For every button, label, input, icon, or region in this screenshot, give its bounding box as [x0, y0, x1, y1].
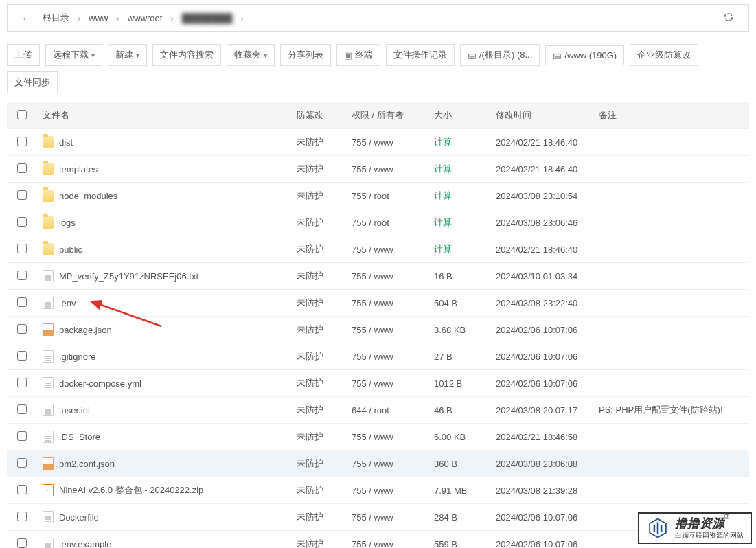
table-row[interactable]: MP_verify_Z5y1Y91zNRSEEj06.txt未防护755 / w… — [7, 263, 749, 290]
size-cell[interactable]: 计算 — [428, 129, 490, 156]
row-checkbox[interactable] — [17, 512, 27, 521]
share-list-button[interactable]: 分享列表 — [280, 44, 331, 66]
column-mtime[interactable]: 修改时间 — [490, 102, 593, 129]
protection-cell: 未防护 — [291, 183, 346, 209]
row-checkbox[interactable] — [17, 458, 27, 468]
table-row[interactable]: node_modules未防护755 / root计算2024/03/08 23… — [7, 183, 749, 209]
file-name[interactable]: .DS_Store — [59, 432, 100, 442]
row-checkbox[interactable] — [17, 137, 27, 146]
table-row[interactable]: dist未防护755 / www计算2024/02/21 18:46:40 — [7, 129, 749, 156]
size-cell[interactable]: 计算 — [428, 183, 490, 209]
protection-cell: 未防护 — [291, 450, 346, 477]
permission-cell[interactable]: 755 / www — [346, 236, 428, 263]
protection-cell: 未防护 — [291, 290, 346, 317]
table-row[interactable]: package.json未防护755 / www3.68 KB2024/02/0… — [7, 317, 749, 343]
row-checkbox[interactable] — [17, 163, 27, 173]
permission-cell[interactable]: 755 / www — [346, 290, 428, 317]
new-button[interactable]: 新建▾ — [108, 44, 147, 66]
row-checkbox[interactable] — [17, 351, 27, 361]
sync-button[interactable]: 文件同步 — [7, 71, 58, 93]
permission-cell[interactable]: 755 / www — [346, 317, 428, 343]
size-cell[interactable]: 计算 — [428, 236, 490, 263]
size-cell: 7.91 MB — [428, 477, 490, 504]
file-name[interactable]: NineAI v2.6.0 整合包 - 20240222.zip — [59, 484, 203, 496]
row-checkbox[interactable] — [17, 485, 27, 494]
refresh-button[interactable] — [715, 10, 742, 27]
file-name[interactable]: .env — [59, 298, 76, 308]
table-row[interactable]: .DS_Store未防护755 / www6.00 KB2024/02/21 1… — [7, 424, 749, 450]
permission-cell[interactable]: 755 / www — [346, 343, 428, 370]
row-checkbox[interactable] — [17, 538, 27, 548]
file-name[interactable]: pm2.conf.json — [59, 459, 115, 469]
row-checkbox[interactable] — [17, 297, 27, 307]
column-remark[interactable]: 备注 — [593, 102, 749, 129]
file-name[interactable]: .env.example — [59, 539, 111, 549]
row-checkbox[interactable] — [17, 244, 27, 253]
file-name[interactable]: .user.ini — [59, 405, 90, 415]
table-row[interactable]: logs未防护755 / root计算2024/03/08 23:06:46 — [7, 209, 749, 236]
permission-cell[interactable]: 755 / www — [346, 450, 428, 477]
column-name[interactable]: 文件名 — [37, 102, 291, 129]
row-checkbox[interactable] — [17, 217, 27, 227]
mtime-cell: 2024/02/21 18:46:40 — [490, 129, 593, 156]
permission-cell[interactable]: 755 / www — [346, 263, 428, 290]
terminal-button[interactable]: ▣终端 — [336, 44, 380, 66]
table-row[interactable]: pm2.conf.json未防护755 / www360 B2024/03/08… — [7, 450, 749, 477]
file-name[interactable]: Dockerfile — [59, 512, 99, 523]
permission-cell[interactable]: 755 / www — [346, 156, 428, 183]
row-checkbox[interactable] — [17, 271, 27, 280]
watermark-registered: ® — [724, 513, 729, 521]
crumb-root[interactable]: 根目录 — [37, 9, 75, 27]
permission-cell[interactable]: 755 / www — [346, 477, 428, 504]
row-checkbox[interactable] — [17, 324, 27, 334]
size-cell: 27 B — [428, 343, 490, 370]
table-row[interactable]: .env未防护755 / www504 B2024/03/08 23:22:40 — [7, 290, 749, 317]
permission-cell[interactable]: 755 / www — [346, 531, 428, 549]
size-cell[interactable]: 计算 — [428, 209, 490, 236]
file-name[interactable]: templates — [59, 164, 98, 174]
crumb-current[interactable]: ████████ — [176, 10, 238, 26]
column-size[interactable]: 大小 — [428, 102, 490, 129]
column-protection[interactable]: 防篡改 — [291, 102, 346, 129]
row-checkbox[interactable] — [17, 378, 27, 387]
remote-download-button[interactable]: 远程下载▾ — [45, 44, 102, 66]
permission-cell[interactable]: 755 / www — [346, 370, 428, 397]
column-permission[interactable]: 权限 / 所有者 — [346, 102, 428, 129]
crumb-wwwroot[interactable]: wwwroot — [122, 10, 168, 26]
content-search-button[interactable]: 文件内容搜索 — [152, 44, 221, 66]
defense-button[interactable]: 企业级防篡改 — [630, 44, 698, 66]
file-name[interactable]: logs — [59, 218, 76, 228]
row-checkbox[interactable] — [17, 431, 27, 441]
table-row[interactable]: NineAI v2.6.0 整合包 - 20240222.zip未防护755 /… — [7, 477, 749, 504]
permission-cell[interactable]: 755 / www — [346, 424, 428, 450]
table-row[interactable]: docker-compose.yml未防护755 / www1012 B2024… — [7, 370, 749, 397]
file-name[interactable]: docker-compose.yml — [59, 378, 141, 389]
table-row[interactable]: public未防护755 / www计算2024/02/21 18:46:40 — [7, 236, 749, 263]
permission-cell[interactable]: 755 / root — [346, 209, 428, 236]
permission-cell[interactable]: 644 / root — [346, 397, 428, 424]
file-name[interactable]: package.json — [59, 325, 112, 335]
favorites-button[interactable]: 收藏夹▾ — [227, 44, 275, 66]
table-row[interactable]: templates未防护755 / www计算2024/02/21 18:46:… — [7, 156, 749, 183]
size-cell[interactable]: 计算 — [428, 156, 490, 183]
crumb-www[interactable]: www — [83, 10, 113, 26]
operation-log-button[interactable]: 文件操作记录 — [386, 44, 455, 66]
file-name[interactable]: .gitignore — [59, 352, 95, 362]
disk-www-button[interactable]: 🖴/www (190G) — [545, 45, 624, 65]
row-checkbox[interactable] — [17, 190, 27, 200]
upload-button[interactable]: 上传 — [7, 44, 40, 66]
file-name[interactable]: MP_verify_Z5y1Y91zNRSEEj06.txt — [59, 271, 198, 282]
permission-cell[interactable]: 755 / www — [346, 129, 428, 156]
table-row[interactable]: .gitignore未防护755 / www27 B2024/02/06 10:… — [7, 343, 749, 370]
file-name[interactable]: node_modules — [59, 191, 117, 201]
back-button[interactable]: ← — [14, 10, 37, 26]
row-checkbox[interactable] — [17, 404, 27, 414]
file-name[interactable]: public — [59, 244, 82, 255]
file-name[interactable]: dist — [59, 137, 73, 148]
select-all-checkbox[interactable] — [17, 110, 27, 119]
table-row[interactable]: .user.ini未防护644 / root46 B2024/03/08 20:… — [7, 397, 749, 424]
permission-cell[interactable]: 755 / www — [346, 504, 428, 531]
disk-root-button[interactable]: 🖴/(根目录) (8... — [460, 44, 540, 66]
permission-cell[interactable]: 755 / root — [346, 183, 428, 209]
toolbar: 上传 远程下载▾ 新建▾ 文件内容搜索 收藏夹▾ 分享列表 ▣终端 文件操作记录… — [0, 36, 756, 102]
